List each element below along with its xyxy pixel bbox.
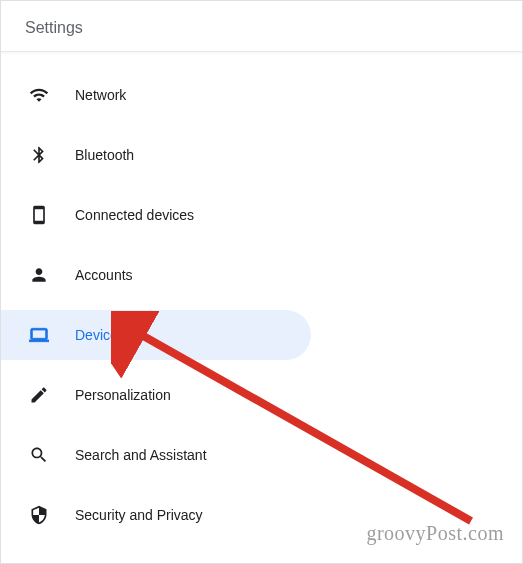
nav-label: Connected devices — [75, 207, 194, 223]
shield-icon — [29, 505, 49, 525]
nav-item-search-assistant[interactable]: Search and Assistant — [1, 430, 522, 480]
nav-label: Bluetooth — [75, 147, 134, 163]
nav-label: Device — [75, 327, 118, 343]
nav-label: Personalization — [75, 387, 171, 403]
search-icon — [29, 445, 49, 465]
page-title: Settings — [25, 19, 498, 37]
nav-label: Search and Assistant — [75, 447, 207, 463]
watermark: groovyPost.com — [366, 522, 504, 545]
edit-icon — [29, 385, 49, 405]
nav-item-device[interactable]: Device — [1, 310, 311, 360]
nav-label: Accounts — [75, 267, 133, 283]
wifi-icon — [29, 85, 49, 105]
nav-item-network[interactable]: Network — [1, 70, 522, 120]
nav-item-bluetooth[interactable]: Bluetooth — [1, 130, 522, 180]
nav-item-accounts[interactable]: Accounts — [1, 250, 522, 300]
nav-label: Network — [75, 87, 126, 103]
nav-item-personalization[interactable]: Personalization — [1, 370, 522, 420]
settings-nav: Network Bluetooth Connected devices Acco… — [1, 52, 522, 540]
person-icon — [29, 265, 49, 285]
nav-item-connected-devices[interactable]: Connected devices — [1, 190, 522, 240]
settings-header: Settings — [1, 1, 522, 52]
bluetooth-icon — [29, 145, 49, 165]
devices-icon — [29, 205, 49, 225]
nav-label: Security and Privacy — [75, 507, 203, 523]
laptop-icon — [29, 325, 49, 345]
